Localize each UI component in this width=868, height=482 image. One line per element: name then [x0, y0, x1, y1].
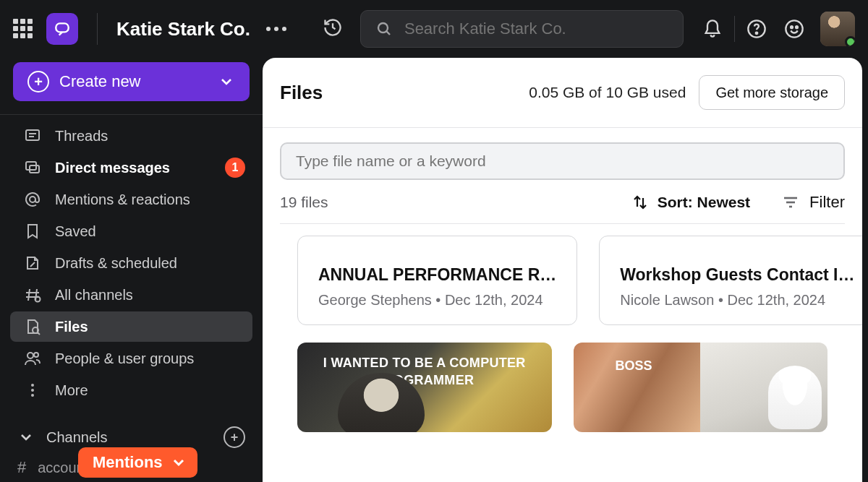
svg-point-13	[30, 197, 35, 202]
bookmark-icon	[23, 223, 42, 240]
filter-label: Filter	[809, 193, 845, 212]
sidebar-item-label: Drafts & scheduled	[55, 255, 177, 272]
global-search-input[interactable]	[404, 20, 668, 38]
page-title: Files	[280, 82, 323, 104]
svg-rect-0	[56, 23, 68, 32]
svg-point-22	[27, 353, 33, 358]
chevron-down-icon	[170, 454, 187, 471]
presence-indicator	[845, 36, 855, 46]
file-thumbnail[interactable]: BOSS ME	[574, 343, 828, 432]
sidebar-item-label: Saved	[55, 223, 96, 240]
sidebar-item-label: People & user groups	[55, 350, 194, 367]
sidebar-item-label: Files	[55, 319, 88, 335]
file-card-title: Workshop Guests Contact I…	[620, 265, 854, 285]
svg-line-2	[386, 31, 390, 35]
sort-button[interactable]: Sort: Newest	[631, 194, 750, 211]
notifications-icon[interactable]	[694, 10, 731, 48]
file-card-meta: Nicole Lawson • Dec 12th, 2024	[620, 292, 854, 309]
svg-point-7	[796, 26, 798, 28]
help-icon[interactable]	[738, 10, 775, 48]
divider	[0, 114, 263, 115]
topbar-right	[694, 10, 855, 48]
workspace-name[interactable]: Katie Stark Co.	[116, 18, 250, 40]
sidebar-item-label: Direct messages	[55, 160, 170, 176]
create-new-label: Create new	[59, 72, 208, 91]
sidebar-item-drafts[interactable]: Drafts & scheduled	[10, 248, 252, 278]
svg-rect-8	[26, 130, 39, 140]
sidebar-item-direct-messages[interactable]: Direct messages 1	[10, 152, 252, 183]
file-card-meta: George Stephens • Dec 12th, 2024	[318, 292, 556, 309]
threads-icon	[23, 127, 42, 145]
sidebar-item-all-channels[interactable]: All channels	[10, 280, 252, 310]
chevron-down-icon	[218, 73, 235, 90]
all-channels-icon	[23, 286, 42, 304]
emoji-icon[interactable]	[775, 10, 813, 48]
svg-point-4	[756, 33, 758, 35]
sidebar-item-label: Threads	[55, 128, 108, 145]
sidebar-item-label: More	[55, 382, 88, 399]
sort-icon	[631, 194, 649, 211]
chevron-down-icon	[17, 429, 35, 446]
divider	[97, 13, 98, 45]
svg-line-14	[28, 289, 30, 301]
drafts-icon	[23, 254, 42, 272]
sidebar-item-more[interactable]: More	[10, 375, 252, 405]
apps-grid-icon[interactable]	[13, 19, 33, 39]
topbar: Katie Stark Co.	[0, 0, 868, 58]
main-header: Files 0.05 GB of 10 GB used Get more sto…	[263, 75, 862, 127]
people-icon	[23, 350, 42, 367]
app-logo[interactable]	[46, 13, 78, 45]
file-card[interactable]: Workshop Guests Contact I… Nicole Lawson…	[599, 236, 862, 325]
svg-line-19	[40, 301, 41, 302]
file-search-input[interactable]	[280, 142, 845, 180]
divider	[734, 16, 735, 42]
thumbnail-graphic	[768, 366, 822, 429]
add-channel-button[interactable]: +	[224, 426, 245, 448]
avatar[interactable]	[820, 12, 855, 46]
sort-label: Sort: Newest	[658, 194, 750, 211]
svg-point-6	[791, 26, 793, 28]
history-icon[interactable]	[323, 17, 343, 40]
svg-point-23	[34, 353, 38, 357]
sidebar-item-threads[interactable]: Threads	[10, 121, 252, 151]
create-new-button[interactable]: + Create new	[13, 62, 250, 101]
svg-point-1	[378, 23, 388, 33]
sidebar-item-label: Mentions & reactions	[55, 191, 190, 208]
storage-text: 0.05 GB of 10 GB used	[529, 84, 686, 101]
file-count: 19 files	[280, 194, 328, 211]
main-panel: Files 0.05 GB of 10 GB used Get more sto…	[263, 58, 862, 482]
filter-icon	[782, 194, 799, 211]
sidebar-item-mentions-reactions[interactable]: Mentions & reactions	[10, 184, 252, 215]
section-label: Channels	[46, 429, 108, 446]
file-thumbnail[interactable]: I WANTED TO BE A COMPUTER PROGRAMMER	[297, 343, 552, 432]
svg-point-5	[786, 20, 802, 37]
sidebar-item-files[interactable]: Files	[10, 311, 252, 342]
at-icon	[23, 191, 42, 208]
thumbnail-text: I WANTED TO BE A COMPUTER	[323, 354, 526, 371]
svg-point-26	[31, 394, 34, 397]
file-card-title: ANNUAL PERFORMANCE R…	[318, 265, 556, 285]
dm-icon	[23, 159, 42, 176]
files-icon	[23, 318, 42, 335]
search-icon	[375, 20, 393, 38]
sidebar-item-saved[interactable]: Saved	[10, 216, 252, 246]
filter-button[interactable]: Filter	[782, 193, 845, 212]
sidebar: + Create new Threads Direct messages 1 M…	[0, 58, 263, 482]
plus-icon: +	[27, 71, 49, 92]
mentions-pill[interactable]: Mentions	[78, 447, 197, 478]
thumbnail-text: BOSS	[616, 358, 652, 374]
hash-icon: #	[17, 458, 26, 477]
unread-badge: 1	[225, 158, 245, 178]
svg-line-21	[38, 333, 41, 335]
get-more-storage-button[interactable]: Get more storage	[699, 75, 845, 110]
mentions-label: Mentions	[93, 453, 163, 472]
more-icon	[23, 382, 42, 399]
sidebar-item-label: All channels	[55, 287, 133, 304]
svg-point-25	[31, 389, 34, 392]
sidebar-item-people[interactable]: People & user groups	[10, 343, 252, 374]
file-controls: 19 files Sort: Newest Filter ANNUAL PERF…	[263, 128, 862, 432]
global-search[interactable]	[360, 10, 684, 48]
workspace-menu-icon[interactable]	[266, 27, 286, 31]
file-card[interactable]: ANNUAL PERFORMANCE R… George Stephens • …	[297, 236, 577, 325]
svg-point-24	[31, 384, 34, 387]
